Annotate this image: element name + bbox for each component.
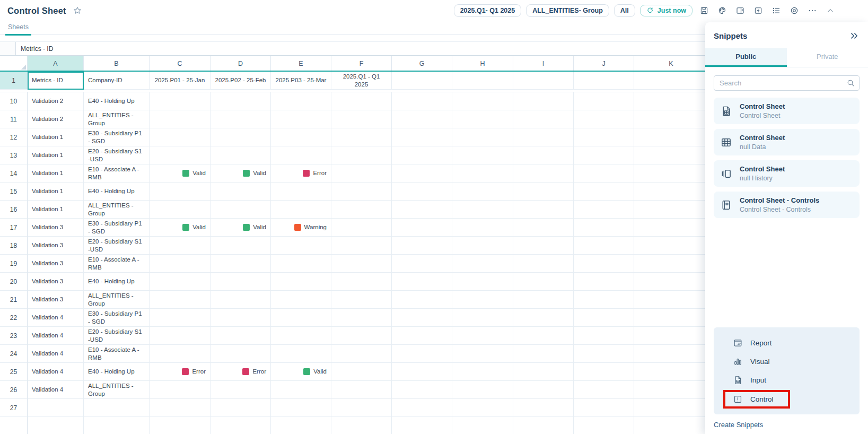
cell-G10[interactable] xyxy=(392,92,452,110)
cell-I20[interactable] xyxy=(513,273,574,291)
cell-Ax[interactable] xyxy=(28,417,84,434)
more-icon[interactable] xyxy=(805,4,819,18)
cell-J17[interactable] xyxy=(574,219,634,237)
row-header-11[interactable]: 11 xyxy=(0,110,28,128)
cell-B21[interactable]: ALL_ENTITIES - Group xyxy=(84,291,150,309)
cell-I24[interactable] xyxy=(513,345,574,363)
cell-E21[interactable] xyxy=(271,291,331,309)
cell-B23[interactable]: E20 - Subsidiary S1 -USD xyxy=(84,327,150,345)
cell-E20[interactable] xyxy=(271,273,331,291)
cell-J15[interactable] xyxy=(574,183,634,201)
cell-Fx[interactable] xyxy=(331,417,392,434)
row-header-12[interactable]: 12 xyxy=(0,128,28,146)
cell-K23[interactable] xyxy=(634,327,708,345)
cell-H20[interactable] xyxy=(452,273,513,291)
cell-A24[interactable]: Validation 4 xyxy=(28,345,84,363)
cell-J26[interactable] xyxy=(574,381,634,399)
row-header-13[interactable]: 13 xyxy=(0,146,28,164)
cell-K22[interactable] xyxy=(634,309,708,327)
cell-D22[interactable] xyxy=(211,309,271,327)
column-header-K[interactable]: K xyxy=(634,56,708,71)
cell-H23[interactable] xyxy=(452,327,513,345)
cell-D23[interactable] xyxy=(211,327,271,345)
cell-B18[interactable]: E20 - Subsidiary S1 -USD xyxy=(84,237,150,255)
snippet-card-4[interactable]: Control Sheet - ControlsControl Sheet - … xyxy=(714,192,860,218)
cell-H18[interactable] xyxy=(452,237,513,255)
cell-B20[interactable]: E40 - Holding Up xyxy=(84,273,150,291)
cell-K25[interactable] xyxy=(634,363,708,381)
cell-H16[interactable] xyxy=(452,201,513,219)
column-header-J[interactable]: J xyxy=(574,56,634,71)
cell-K26[interactable] xyxy=(634,381,708,399)
cell-Ex[interactable] xyxy=(271,417,331,434)
cell-B16[interactable]: ALL_ENTITIES - Group xyxy=(84,201,150,219)
cell-F19[interactable] xyxy=(331,255,392,273)
cell-B15[interactable]: E40 - Holding Up xyxy=(84,183,150,201)
row-header-partial[interactable] xyxy=(0,417,28,434)
cell-H21[interactable] xyxy=(452,291,513,309)
cell-F18[interactable] xyxy=(331,237,392,255)
cell-K16[interactable] xyxy=(634,201,708,219)
row-header-1[interactable]: 1 xyxy=(0,72,28,90)
palette-icon[interactable] xyxy=(715,4,729,18)
cell-J23[interactable] xyxy=(574,327,634,345)
cell-E16[interactable] xyxy=(271,201,331,219)
cell-J11[interactable] xyxy=(574,110,634,128)
tab-public[interactable]: Public xyxy=(705,48,787,67)
cell-A20[interactable]: Validation 3 xyxy=(28,273,84,291)
cell-C14[interactable]: Valid xyxy=(150,164,211,183)
cell-F15[interactable] xyxy=(331,183,392,201)
cell-A16[interactable]: Validation 1 xyxy=(28,201,84,219)
cell-J12[interactable] xyxy=(574,128,634,146)
cell-A21[interactable]: Validation 3 xyxy=(28,291,84,309)
cell-C24[interactable] xyxy=(150,345,211,363)
action-visual[interactable]: Visual xyxy=(719,352,854,371)
cell-Bx[interactable] xyxy=(84,417,150,434)
cell-A13[interactable]: Validation 1 xyxy=(28,146,84,164)
all-filter-button[interactable]: All xyxy=(614,4,635,17)
cell-C12[interactable] xyxy=(150,128,211,146)
cell-D10[interactable] xyxy=(211,92,271,110)
cell-E19[interactable] xyxy=(271,255,331,273)
cell-K19[interactable] xyxy=(634,255,708,273)
cell-J10[interactable] xyxy=(574,92,634,110)
cell-G22[interactable] xyxy=(392,309,452,327)
cell-D15[interactable] xyxy=(211,183,271,201)
cell-B25[interactable]: E40 - Holding Up xyxy=(84,363,150,381)
cell-C20[interactable] xyxy=(150,273,211,291)
cell-C19[interactable] xyxy=(150,255,211,273)
cell-F23[interactable] xyxy=(331,327,392,345)
cell-C13[interactable] xyxy=(150,146,211,164)
cell-A27[interactable] xyxy=(28,399,84,417)
cell-F1[interactable]: 2025.Q1 - Q1 2025 xyxy=(331,72,392,90)
chevron-up-icon[interactable] xyxy=(823,4,837,18)
cell-D14[interactable]: Valid xyxy=(211,164,271,183)
cell-H13[interactable] xyxy=(452,146,513,164)
cell-G25[interactable] xyxy=(392,363,452,381)
search-input[interactable] xyxy=(714,75,860,91)
cell-I1[interactable] xyxy=(513,72,574,90)
cell-C26[interactable] xyxy=(150,381,211,399)
cell-F27[interactable] xyxy=(331,399,392,417)
cell-A14[interactable]: Validation 1 xyxy=(28,164,84,183)
cell-J22[interactable] xyxy=(574,309,634,327)
cell-B12[interactable]: E30 - Subsidiary P1 - SGD xyxy=(84,128,150,146)
cell-F16[interactable] xyxy=(331,201,392,219)
cell-I17[interactable] xyxy=(513,219,574,237)
cell-C17[interactable]: Valid xyxy=(150,219,211,237)
sync-button[interactable]: Just now xyxy=(640,5,692,16)
cell-K15[interactable] xyxy=(634,183,708,201)
cell-E12[interactable] xyxy=(271,128,331,146)
cell-J16[interactable] xyxy=(574,201,634,219)
cell-H14[interactable] xyxy=(452,164,513,183)
cell-F11[interactable] xyxy=(331,110,392,128)
cell-D19[interactable] xyxy=(211,255,271,273)
cell-D11[interactable] xyxy=(211,110,271,128)
cell-I23[interactable] xyxy=(513,327,574,345)
cell-J27[interactable] xyxy=(574,399,634,417)
cell-I12[interactable] xyxy=(513,128,574,146)
row-header-15[interactable]: 15 xyxy=(0,183,28,201)
cell-F26[interactable] xyxy=(331,381,392,399)
cell-H25[interactable] xyxy=(452,363,513,381)
row-header-10[interactable]: 10 xyxy=(0,92,28,110)
